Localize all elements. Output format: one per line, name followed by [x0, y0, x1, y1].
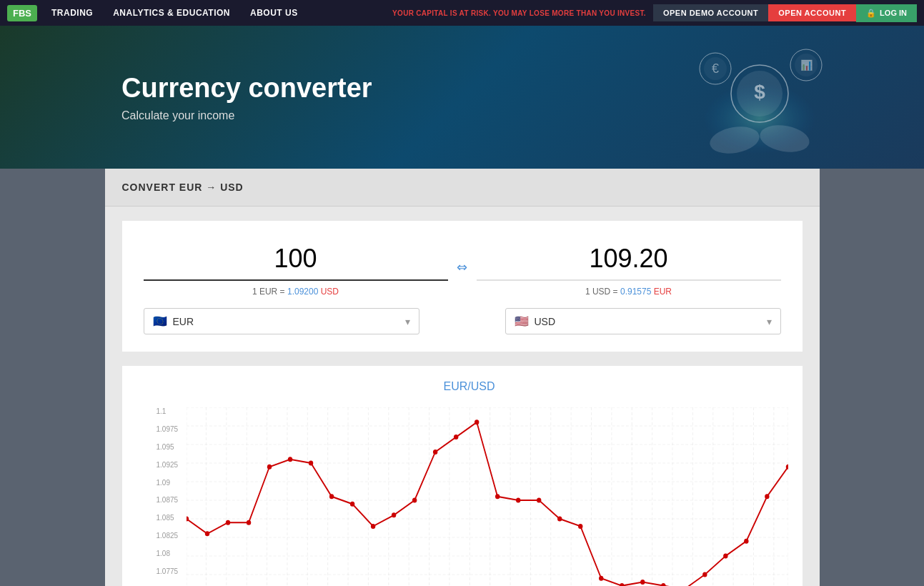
- login-button[interactable]: 🔒 LOG IN: [856, 4, 917, 22]
- chart-container: EUR/USD 1.1 1.0975 1.095 1.0925 1.09 1.0…: [122, 366, 803, 586]
- fbs-logo[interactable]: FBS: [7, 5, 37, 21]
- chart-title: EUR/USD: [151, 380, 788, 393]
- chart-area: 1.1 1.0975 1.095 1.0925 1.09 1.0875 1.08…: [187, 407, 788, 586]
- swap-icon: ⇔: [457, 259, 467, 275]
- svg-point-70: [515, 498, 520, 503]
- svg-point-56: [225, 520, 229, 525]
- svg-point-61: [329, 494, 333, 499]
- rate-to-info: 1 USD = 0.91575 EUR: [477, 287, 781, 297]
- hero-subtitle: Calculate your income: [121, 109, 372, 122]
- chevron-down-icon: ▾: [405, 316, 410, 327]
- svg-point-59: [287, 457, 292, 462]
- usd-flag: 🇺🇸: [515, 314, 529, 328]
- svg-point-58: [267, 465, 271, 470]
- rate-to-label: 1 USD =: [585, 287, 618, 297]
- svg-point-76: [640, 580, 645, 585]
- svg-point-80: [723, 554, 727, 559]
- nav-trading[interactable]: TRADING: [51, 8, 93, 18]
- svg-point-64: [391, 512, 395, 517]
- svg-point-62: [349, 502, 354, 507]
- y-axis-labels: 1.1 1.0975 1.095 1.0925 1.09 1.0875 1.08…: [157, 407, 179, 586]
- rate-from-label: 1 EUR =: [252, 287, 285, 297]
- svg-point-66: [432, 450, 437, 455]
- chart-svg: [187, 407, 788, 586]
- open-demo-button[interactable]: OPEN DEMO ACCOUNT: [653, 4, 768, 21]
- eur-flag: 🇪🇺: [153, 314, 167, 328]
- open-account-button[interactable]: OPEN ACCOUNT: [768, 4, 856, 21]
- amount-from-input[interactable]: [144, 238, 448, 281]
- nav-links: TRADING ANALYTICS & EDUCATION ABOUT US: [51, 8, 392, 18]
- svg-point-77: [661, 583, 665, 586]
- svg-point-72: [557, 517, 562, 522]
- from-currency-select[interactable]: 🇪🇺 EUR ▾: [144, 308, 419, 334]
- svg-point-69: [495, 494, 499, 499]
- svg-text:$: $: [754, 81, 765, 103]
- svg-text:📊: 📊: [800, 59, 813, 71]
- svg-point-82: [765, 494, 769, 499]
- rate-from-value: 1.09200: [287, 287, 318, 297]
- nav-aboutus[interactable]: ABOUT US: [250, 8, 298, 18]
- svg-point-67: [453, 434, 457, 440]
- converter-box: 1 EUR = 1.09200 USD ⇔ 109.20 1 USD = 0.9…: [122, 221, 803, 352]
- chevron-down-icon-2: ▾: [767, 316, 772, 327]
- nav-analytics[interactable]: ANALYTICS & EDUCATION: [113, 8, 230, 18]
- to-currency-select[interactable]: 🇺🇸 USD ▾: [505, 308, 781, 334]
- svg-point-79: [702, 572, 707, 577]
- from-currency-section: 1 EUR = 1.09200 USD: [144, 238, 448, 297]
- rate-from-info: 1 EUR = 1.09200 USD: [144, 287, 448, 297]
- rate-to-value: 0.91575: [620, 287, 651, 297]
- to-currency-section: 109.20 1 USD = 0.91575 EUR: [477, 238, 781, 297]
- svg-point-75: [620, 583, 624, 586]
- svg-point-65: [412, 498, 416, 503]
- svg-point-63: [370, 524, 374, 529]
- rate-from-currency: USD: [321, 287, 339, 297]
- hero-title: Currency converter: [121, 72, 372, 105]
- main-content: CONVERT EUR → USD 1 EUR = 1.09200 USD ⇔: [105, 169, 820, 586]
- amount-to-display: 109.20: [477, 238, 781, 281]
- svg-point-68: [474, 419, 478, 424]
- risk-warning: YOUR CAPITAL IS AT RISK. YOU MAY LOSE MO…: [392, 9, 646, 17]
- to-currency-label: USD: [535, 316, 556, 327]
- svg-point-55: [204, 531, 209, 536]
- svg-point-81: [744, 539, 748, 544]
- svg-point-74: [599, 576, 603, 581]
- swap-button[interactable]: ⇔: [448, 259, 477, 275]
- hero-banner: Currency converter Calculate your income…: [0, 26, 924, 169]
- svg-point-57: [246, 520, 250, 525]
- svg-point-71: [537, 498, 541, 503]
- svg-text:€: €: [712, 61, 719, 76]
- svg-point-73: [578, 524, 582, 529]
- from-currency-label: EUR: [173, 316, 194, 327]
- rate-to-currency: EUR: [654, 287, 672, 297]
- lock-icon: 🔒: [866, 9, 876, 18]
- navbar: FBS TRADING ANALYTICS & EDUCATION ABOUT …: [0, 0, 924, 26]
- svg-point-60: [308, 461, 312, 466]
- convert-header: CONVERT EUR → USD: [105, 169, 820, 207]
